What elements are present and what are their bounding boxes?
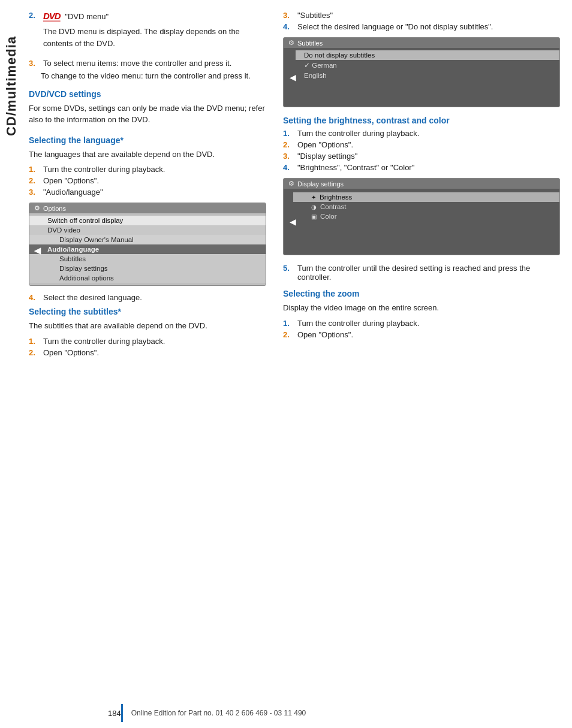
lang-step2-num: 2. <box>29 176 41 185</box>
zoom-step2-text: Open "Options". <box>297 330 353 339</box>
right-sub-step4: 4. Select the desired language or "Do no… <box>283 22 560 31</box>
options-item-2: Display Owner's Manual <box>29 235 266 244</box>
options-arrow: ◀ <box>34 246 41 255</box>
bright-step3: 3. "Display settings" <box>283 152 560 161</box>
item3-body2: To change to the video menu: turn the co… <box>41 70 266 82</box>
sub-step2: 2. Open "Options". <box>29 348 266 357</box>
options-item-4: Subtitles <box>29 254 266 264</box>
sub-step2-text: Open "Options". <box>43 348 99 357</box>
lang-heading: Selecting the language* <box>29 135 266 145</box>
subtitles-heading: Selecting the subtitles* <box>29 307 266 316</box>
right-sub-step3-num: 3. <box>283 11 295 20</box>
subtitles-screen-title-bar: ⚙ Subtitles <box>284 38 559 48</box>
item3-text: To select menu items: move the controlle… <box>43 59 231 68</box>
lang-step2: 2. Open "Options". <box>29 176 266 185</box>
lang-step1-num: 1. <box>29 165 41 174</box>
left-column: 2. DVD "DVD menu" The DVD menu is displa… <box>29 11 281 704</box>
subtitles-spacer <box>284 80 559 104</box>
lang-step3-num: 3. <box>29 188 41 197</box>
sub-step2-num: 2. <box>29 348 41 357</box>
options-items-container: Switch off control display DVD video Dis… <box>29 213 266 285</box>
content-area: 2. DVD "DVD menu" The DVD menu is displa… <box>23 0 572 728</box>
right-sub-step3: 3. "Subtitles" <box>283 11 560 20</box>
bright-step5: 5. Turn the controller until the desired… <box>283 264 560 282</box>
gear-icon: ⚙ <box>34 204 40 212</box>
lang-step4: 4. Select the desired language. <box>29 293 266 302</box>
sub-step1-text: Turn the controller during playback. <box>43 337 165 346</box>
display-arrow: ◀ <box>290 217 296 226</box>
right-sub-step4-text: Select the desired language or "Do not d… <box>297 22 493 31</box>
options-item-6: Additional options <box>29 273 266 283</box>
item2-content: DVD "DVD menu" The DVD menu is displayed… <box>43 11 266 54</box>
options-title: Options <box>43 205 66 212</box>
zoom-heading: Selecting the zoom <box>283 289 560 298</box>
bright-step2-num: 2. <box>283 140 295 149</box>
item2-title: "DVD menu" <box>65 12 109 21</box>
options-title-bar: ⚙ Options <box>29 203 266 213</box>
zoom-step1-num: 1. <box>283 319 295 328</box>
contrast-icon <box>311 203 317 210</box>
subtitles-item-1: German <box>296 60 559 71</box>
dvd-icon: DVD <box>43 11 61 21</box>
display-screen-title: Display settings <box>297 180 344 188</box>
zoom-body: Display the video image on the entire sc… <box>283 302 560 314</box>
display-item-0: Brightness <box>293 192 559 202</box>
options-item-1: DVD video <box>29 225 266 235</box>
subtitles-gear-icon: ⚙ <box>288 39 294 47</box>
bright-step3-text: "Display settings" <box>297 152 357 161</box>
footer-divider <box>121 704 123 722</box>
subtitles-item-0: Do not display subtitles <box>296 50 559 60</box>
footer-page-number: 184 <box>0 709 121 718</box>
side-label: CD/multimedia <box>0 0 23 728</box>
lang-step4-num: 4. <box>29 293 41 302</box>
bright-step5-text: Turn the controller until the desired se… <box>297 264 560 282</box>
zoom-step2-num: 2. <box>283 330 295 339</box>
display-item-1: Contrast <box>293 202 559 212</box>
bright-step1-num: 1. <box>283 129 295 138</box>
display-body: ◀ Brightness Contrast Color <box>284 189 559 255</box>
options-menu-box: ⚙ Options Switch off control display DVD… <box>29 203 266 286</box>
bright-step4-text: "Brightness", "Contrast" or "Color" <box>297 163 414 172</box>
display-spacer <box>284 221 559 251</box>
sub-step1: 1. Turn the controller during playback. <box>29 337 266 346</box>
bright-step1-text: Turn the controller during playback. <box>297 129 419 138</box>
options-item-3-row: ◀ Audio/language <box>29 244 266 254</box>
display-settings-box: ⚙ Display settings ◀ Brightness Contrast <box>283 178 560 255</box>
dvd-settings-heading: DVD/VCD settings <box>29 89 266 99</box>
dvd-settings-body: For some DVDs, settings can only be made… <box>29 102 266 126</box>
right-column: 3. "Subtitles" 4. Select the desired lan… <box>281 11 560 704</box>
lang-step3-text: "Audio/language" <box>43 188 103 197</box>
right-sub-step4-num: 4. <box>283 22 295 31</box>
item2-body1: The DVD menu is displayed. The display d… <box>43 26 266 49</box>
lang-step4-text: Select the desired language. <box>43 293 142 302</box>
color-icon <box>311 213 317 220</box>
options-item-0: Switch off control display <box>29 216 266 225</box>
bright-step4: 4. "Brightness", "Contrast" or "Color" <box>283 163 560 172</box>
bright-step1: 1. Turn the controller during playback. <box>283 129 560 138</box>
item2-num: 2. <box>29 11 41 20</box>
zoom-step1-text: Turn the controller during playback. <box>297 319 419 328</box>
subtitles-screen-box: ⚙ Subtitles ◀ Do not display subtitles G… <box>283 37 560 107</box>
item3-num: 3. <box>29 59 41 68</box>
options-item-3: Audio/language <box>29 244 266 254</box>
lang-step1-text: Turn the controller during playback. <box>43 165 165 174</box>
lang-body: The languages that are available depend … <box>29 149 266 161</box>
item-2: 2. DVD "DVD menu" The DVD menu is displa… <box>29 11 266 54</box>
display-title-bar: ⚙ Display settings <box>284 179 559 189</box>
bright-step4-num: 4. <box>283 163 295 172</box>
lang-step2-text: Open "Options". <box>43 176 99 185</box>
bright-step3-num: 3. <box>283 152 295 161</box>
brightness-heading: Setting the brightness, contrast and col… <box>283 116 560 125</box>
page-footer: 184 Online Edition for Part no. 01 40 2 … <box>0 697 572 728</box>
brightness-icon <box>311 194 316 201</box>
subtitles-body: The subtitles that are available depend … <box>29 320 266 332</box>
side-label-text: CD/multimedia <box>4 36 19 136</box>
lang-step1: 1. Turn the controller during playback. <box>29 165 266 174</box>
subtitles-screen-title: Subtitles <box>297 40 323 47</box>
zoom-step2: 2. Open "Options". <box>283 330 560 339</box>
options-item-5: Display settings <box>29 264 266 273</box>
bright-step2: 2. Open "Options". <box>283 140 560 149</box>
subtitles-arrow: ◀ <box>290 73 296 82</box>
subtitles-item-2: English <box>296 71 559 80</box>
item-3: 3. To select menu items: move the contro… <box>29 59 266 68</box>
